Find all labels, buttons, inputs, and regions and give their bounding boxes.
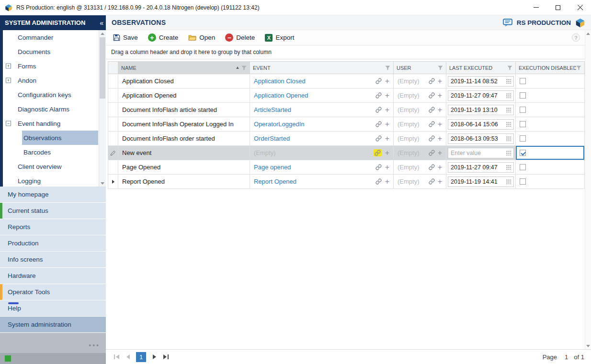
nav-item-reports[interactable]: Reports [0, 219, 106, 235]
column-header-execution-disabled[interactable]: EXECUTION DISABLED [516, 61, 585, 74]
user-cell[interactable]: (Empty)+ [394, 74, 446, 88]
name-cell[interactable]: Document InfoFlash article started [118, 103, 250, 117]
link-icon[interactable] [375, 178, 382, 185]
toolbar-delete-button[interactable]: −Delete [223, 32, 260, 43]
tree-item-observations[interactable]: Observations [3, 131, 98, 145]
minimize-button[interactable] [525, 0, 547, 15]
link-icon[interactable] [429, 178, 435, 185]
execution-disabled-cell[interactable] [516, 117, 585, 131]
filter-icon[interactable] [438, 66, 443, 70]
event-cell[interactable]: (Empty)+ [250, 146, 394, 160]
date-picker-icon[interactable] [506, 179, 511, 184]
execution-disabled-checkbox[interactable] [520, 178, 526, 185]
user-cell[interactable]: (Empty)+ [394, 117, 446, 131]
date-picker-icon[interactable] [506, 121, 511, 127]
tree-item-event-handling[interactable]: −Event handling [3, 116, 98, 131]
chat-icon[interactable] [503, 19, 512, 27]
date-picker-icon[interactable] [506, 165, 511, 170]
date-editor[interactable]: 2019-11-27 09:47 [448, 90, 514, 101]
current-page-button[interactable]: 1 [136, 352, 146, 362]
event-link[interactable]: OperatorLoggedIn [254, 121, 372, 128]
date-editor[interactable]: 2018-06-14 15:06 [448, 119, 514, 130]
first-page-button[interactable] [111, 352, 122, 362]
execution-disabled-cell[interactable] [516, 88, 585, 102]
date-picker-icon[interactable] [506, 78, 511, 84]
date-editor[interactable]: 2019-11-19 13:10 [448, 105, 514, 115]
scroll-down-icon[interactable] [585, 342, 591, 349]
filter-icon[interactable] [385, 66, 390, 70]
column-header-event[interactable]: EVENT [250, 61, 394, 74]
table-row-application-opened[interactable]: Application OpenedApplication Opened+(Em… [108, 88, 585, 103]
table-row-document-infoflash-order-started[interactable]: Document InfoFlash order startedOrderSta… [108, 132, 585, 146]
execution-disabled-checkbox[interactable] [520, 121, 526, 127]
toolbar-open-button[interactable]: Open [186, 33, 220, 43]
execution-disabled-checkbox[interactable] [520, 92, 526, 99]
event-cell[interactable]: ArticleStarted+ [250, 103, 394, 117]
add-icon[interactable]: + [385, 178, 389, 186]
filter-icon[interactable] [576, 66, 581, 70]
event-cell[interactable]: OperatorLoggedIn+ [250, 117, 394, 131]
scroll-down-icon[interactable] [99, 180, 106, 187]
tree-item-barcodes[interactable]: Barcodes [3, 145, 98, 159]
nav-item-my-homepage[interactable]: My homepage [0, 187, 106, 202]
user-cell[interactable]: (Empty)+ [394, 103, 446, 117]
event-link[interactable]: Report Opened [254, 178, 372, 185]
prev-page-button[interactable] [122, 352, 134, 362]
name-cell[interactable]: New event [118, 146, 250, 160]
user-cell[interactable]: (Empty)+ [394, 175, 446, 188]
add-icon[interactable]: + [385, 92, 389, 99]
nav-item-production[interactable]: Production [0, 235, 106, 251]
execution-disabled-cell[interactable] [516, 175, 585, 188]
event-cell[interactable]: Application Closed+ [250, 74, 394, 88]
link-icon[interactable] [429, 92, 435, 99]
nav-item-info-screens[interactable]: Info screens [0, 252, 106, 267]
execution-disabled-checkbox[interactable] [520, 150, 526, 156]
user-cell[interactable]: (Empty)+ [394, 132, 446, 145]
execution-disabled-cell[interactable] [516, 74, 585, 88]
add-icon[interactable]: + [438, 77, 442, 85]
link-icon[interactable] [429, 107, 435, 113]
execution-disabled-cell[interactable] [516, 160, 585, 174]
execution-disabled-checkbox[interactable] [520, 107, 526, 113]
user-cell[interactable]: (Empty)+ [394, 146, 446, 160]
link-icon[interactable] [375, 164, 382, 170]
user-cell[interactable]: (Empty)+ [394, 88, 446, 102]
tree-item-andon[interactable]: +Andon [3, 73, 98, 88]
name-cell[interactable]: Report Opened [118, 175, 250, 188]
event-cell[interactable]: Page opened+ [250, 160, 394, 174]
help-icon[interactable]: ? [572, 33, 580, 42]
filter-icon[interactable] [507, 66, 512, 70]
scroll-up-icon[interactable] [585, 30, 591, 37]
toolbar-save-button[interactable]: Save [111, 33, 143, 43]
name-cell[interactable]: Application Opened [118, 88, 250, 102]
event-link[interactable]: Page opened [254, 164, 372, 171]
link-icon[interactable] [375, 78, 382, 84]
date-editor[interactable]: Enter value [448, 148, 514, 158]
event-cell[interactable]: OrderStarted+ [250, 132, 394, 145]
add-icon[interactable]: + [385, 135, 389, 143]
link-icon[interactable] [375, 92, 382, 99]
main-scrollbar[interactable] [585, 30, 591, 349]
overflow-menu-icon[interactable]: ••• [89, 342, 100, 349]
link-icon[interactable] [375, 121, 382, 127]
table-row-new-event[interactable]: New event(Empty)+(Empty)+Enter value [108, 146, 585, 160]
execution-disabled-checkbox[interactable] [520, 164, 526, 170]
event-link[interactable]: Application Closed [254, 77, 372, 85]
date-picker-icon[interactable] [506, 107, 511, 112]
link-icon[interactable] [429, 135, 435, 142]
event-link[interactable]: Application Opened [254, 92, 372, 99]
date-picker-icon[interactable] [506, 136, 511, 141]
toolbar-create-button[interactable]: +Create [146, 32, 183, 43]
date-editor[interactable]: 2019-11-27 09:47 [448, 162, 514, 173]
link-icon[interactable] [429, 150, 435, 156]
scroll-up-icon[interactable] [99, 30, 106, 37]
date-editor[interactable]: 2018-06-13 09:53 [448, 133, 514, 144]
execution-disabled-checkbox[interactable] [520, 78, 526, 84]
nav-item-help[interactable]: Help [0, 300, 106, 316]
execution-disabled-cell[interactable] [516, 103, 585, 117]
link-icon[interactable] [375, 107, 382, 113]
table-row-application-closed[interactable]: Application ClosedApplication Closed+(Em… [108, 74, 585, 88]
name-cell[interactable]: Document InfoFlash Operator Logged In [118, 117, 250, 131]
expand-icon[interactable]: + [6, 78, 11, 83]
add-icon[interactable]: + [438, 178, 442, 186]
